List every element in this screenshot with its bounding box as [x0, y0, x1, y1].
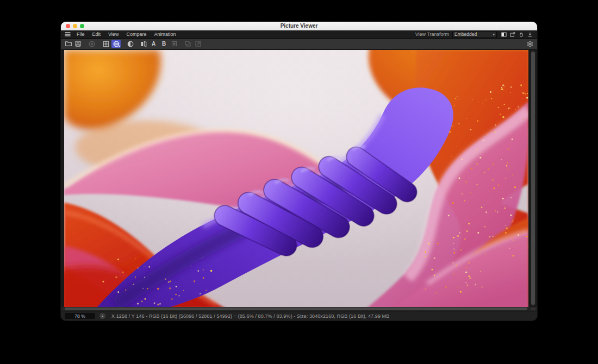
download-icon[interactable]	[526, 31, 533, 37]
menu-animation[interactable]: Animation	[150, 30, 179, 38]
compare-b-button[interactable]: B	[159, 40, 169, 48]
open-file-button[interactable]	[64, 40, 73, 48]
chevron-down-icon: ▾	[102, 315, 103, 318]
zoom-dropdown-button[interactable]: ▾	[99, 313, 105, 319]
vertical-scrollbar[interactable]	[531, 51, 535, 306]
split-view-icon[interactable]	[500, 31, 507, 37]
hand-tool-icon[interactable]	[518, 31, 525, 37]
viewer-image	[64, 50, 528, 309]
copy-image-button	[183, 40, 192, 48]
menu-compare[interactable]: Compare	[122, 30, 150, 38]
view-transform-value: Embedded	[454, 32, 477, 37]
menu-edit[interactable]: Edit	[89, 30, 105, 38]
menu-view[interactable]: View	[104, 30, 122, 38]
menu-bar: File Edit View Compare Animation View Tr…	[61, 30, 537, 39]
export-image-button	[194, 40, 203, 48]
vertical-scrollbar-thumb[interactable]	[531, 52, 535, 305]
scrollbar-corner	[531, 307, 535, 310]
open-external-icon[interactable]	[509, 31, 516, 37]
contrast-button[interactable]	[126, 40, 135, 48]
minimize-window-button[interactable]	[73, 24, 77, 28]
swap-ab-button	[170, 40, 179, 48]
title-bar: Picture Viewer	[61, 22, 537, 30]
picture-viewer-window: Picture Viewer File Edit View Compare An…	[61, 22, 537, 321]
horizontal-scrollbar[interactable]	[61, 307, 537, 311]
compare-pages-icon[interactable]	[139, 40, 148, 48]
chevron-down-icon: ▾	[493, 33, 495, 36]
color-management-button[interactable]	[111, 40, 121, 48]
menu-file[interactable]: File	[73, 30, 89, 38]
view-transform-label: View Transform	[415, 32, 449, 37]
view-transform-select[interactable]: Embedded ▾	[452, 31, 497, 38]
pixel-info-text: X 1258 / Y 146 - RGB (16 Bit) (56096 / 5…	[111, 313, 389, 319]
zoom-window-button[interactable]	[80, 24, 84, 28]
traffic-lights	[66, 24, 84, 28]
image-viewport[interactable]	[61, 49, 537, 307]
window-title: Picture Viewer	[61, 23, 537, 29]
toolbar: A B	[61, 39, 537, 49]
zoom-level-field[interactable]: 78 %	[65, 313, 95, 319]
save-file-button[interactable]	[73, 40, 83, 48]
render-region-button[interactable]	[101, 40, 110, 48]
hamburger-menu-icon[interactable]	[65, 32, 71, 37]
status-bar: 78 % ▾ X 1258 / Y 146 - RGB (16 Bit) (56…	[61, 311, 537, 321]
compare-a-button[interactable]: A	[149, 40, 158, 48]
render-settings-icon[interactable]	[525, 40, 534, 48]
cancel-render-button	[87, 40, 96, 48]
close-window-button[interactable]	[66, 24, 70, 28]
horizontal-scrollbar-thumb[interactable]	[65, 307, 527, 310]
